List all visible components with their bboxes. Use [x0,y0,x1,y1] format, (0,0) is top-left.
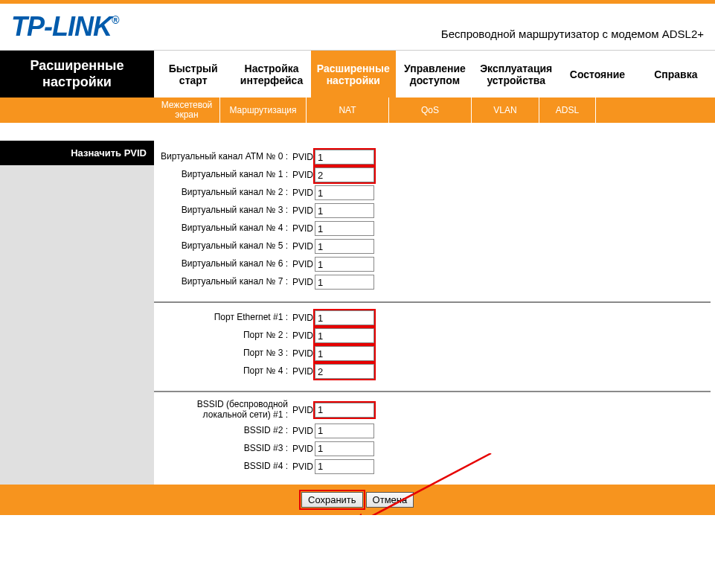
row-label: Виртуальный канал № 6 : [154,259,292,269]
row-label: BSSID (беспроводной локальной сети) #1 : [154,400,292,421]
pvid-row: Виртуальный канал ATM № 0 :PVID [154,148,715,166]
pvid-label: PVID [292,405,315,415]
pvid-row: Виртуальный канал № 5 :PVID [154,237,715,255]
pvid-row: Виртуальный канал № 4 :PVID [154,220,715,237]
pvid-label: PVID [292,444,315,454]
pvid-label: PVID [292,426,315,436]
section-title: Назначить PVID [0,141,154,165]
row-label: Виртуальный канал № 7 : [154,277,292,287]
pvid-row: Порт № 4 :PVID [154,362,715,380]
pvid-input[interactable] [315,257,374,272]
left-column: Назначить PVID [0,141,154,485]
pvid-input[interactable] [315,310,374,325]
nav-tab[interactable]: Эксплуатация устройства [474,51,558,98]
nav-tab[interactable]: Быстрый старт [154,51,232,98]
pvid-row: Виртуальный канал № 7 :PVID [154,273,715,291]
pvid-input[interactable] [315,364,374,379]
separator [154,301,711,303]
pvid-row: Виртуальный канал № 1 :PVID [154,166,715,184]
pvid-input[interactable] [315,167,374,182]
save-button[interactable]: Сохранить [301,492,363,508]
pvid-row: Порт № 3 :PVID [154,345,715,362]
subnav-items: Межсетевой экранМаршрутизацияNATQoSVLANA… [154,98,596,123]
gap [0,123,715,141]
pvid-input[interactable] [315,424,374,438]
logo: TP-LINK® [11,11,118,42]
pvid-input[interactable] [315,185,374,200]
pvid-row: Виртуальный канал № 2 :PVID [154,184,715,202]
pvid-label: PVID [292,241,315,252]
pvid-row: Порт № 2 :PVID [154,327,715,345]
pvid-row: Виртуальный канал № 3 :PVID [154,202,715,220]
row-label: BSSID #3 : [154,444,292,454]
cancel-button[interactable]: Отмена [366,492,414,508]
row-label: Порт № 3 : [154,348,292,359]
pvid-input[interactable] [315,221,374,236]
pvid-input[interactable] [315,346,374,361]
pvid-input[interactable] [315,441,374,456]
left-column-body [0,165,154,485]
subnav-spacer [0,98,154,123]
pvid-label: PVID [292,330,315,341]
row-label: Виртуальный канал ATM № 0 : [154,152,292,162]
pvid-label: PVID [292,152,315,162]
logo-text: TP-LINK [11,11,112,42]
pvid-label: PVID [292,223,315,234]
row-label: BSSID #2 : [154,426,292,436]
pvid-input[interactable] [315,239,374,254]
row-label: Виртуальный канал № 3 : [154,205,292,216]
pvid-label: PVID [292,366,315,377]
pvid-input[interactable] [315,403,374,418]
main-nav: Расширенные настройки Быстрый стартНастр… [0,50,715,98]
subnav-item[interactable]: Маршрутизация [220,98,307,123]
pvid-label: PVID [292,170,315,180]
registered-icon: ® [112,14,118,26]
row-label: Порт № 4 : [154,366,292,377]
nav-tab[interactable]: Справка [637,51,715,98]
pvid-row: BSSID (беспроводной локальной сети) #1 :… [154,398,715,422]
pvid-row: Виртуальный канал № 6 :PVID [154,255,715,273]
row-label: Виртуальный канал № 2 : [154,188,292,198]
pvid-input[interactable] [315,150,374,164]
pvid-row: BSSID #4 :PVID [154,458,715,476]
nav-tab[interactable]: Состояние [558,51,636,98]
pvid-input[interactable] [315,328,374,343]
row-label: Порт Ethernet #1 : [154,313,292,323]
pvid-input[interactable] [315,203,374,218]
tagline: Беспроводной маршрутизатор с модемом ADS… [441,14,704,40]
header: TP-LINK® Беспроводной маршрутизатор с мо… [0,4,715,50]
pvid-label: PVID [292,188,315,198]
nav-tab[interactable]: Управление доступом [396,51,474,98]
right-column: Виртуальный канал ATM № 0 :PVIDВиртуальн… [154,141,715,485]
pvid-row: BSSID #3 :PVID [154,440,715,458]
pvid-label: PVID [292,348,315,359]
content: Назначить PVID Виртуальный канал ATM № 0… [0,141,715,485]
pvid-row: Порт Ethernet #1 :PVID [154,309,715,327]
pvid-input[interactable] [315,459,374,474]
subnav-item[interactable]: ADSL [539,98,596,123]
pvid-label: PVID [292,277,315,287]
pvid-row: BSSID #2 :PVID [154,422,715,440]
sub-nav: Межсетевой экранМаршрутизацияNATQoSVLANA… [0,98,715,123]
row-label: Виртуальный канал № 4 : [154,223,292,234]
row-label: Виртуальный канал № 1 : [154,170,292,180]
separator [154,391,711,392]
pvid-label: PVID [292,259,315,269]
footer: Сохранить Отмена [0,485,715,515]
subnav-item[interactable]: Межсетевой экран [154,98,220,123]
row-label: Порт № 2 : [154,330,292,341]
nav-tabs: Быстрый стартНастройка интерфейсаРасшире… [154,51,715,98]
pvid-label: PVID [292,205,315,216]
nav-tab[interactable]: Настройка интерфейса [232,51,310,98]
row-label: Виртуальный канал № 5 : [154,241,292,252]
row-label: BSSID #4 : [154,461,292,472]
subnav-item[interactable]: VLAN [472,98,539,123]
subnav-item[interactable]: NAT [307,98,389,123]
nav-tab[interactable]: Расширенные настройки [311,51,396,98]
pvid-label: PVID [292,461,315,472]
subnav-item[interactable]: QoS [389,98,472,123]
nav-title: Расширенные настройки [0,51,154,98]
pvid-input[interactable] [315,275,374,290]
pvid-label: PVID [292,313,315,323]
